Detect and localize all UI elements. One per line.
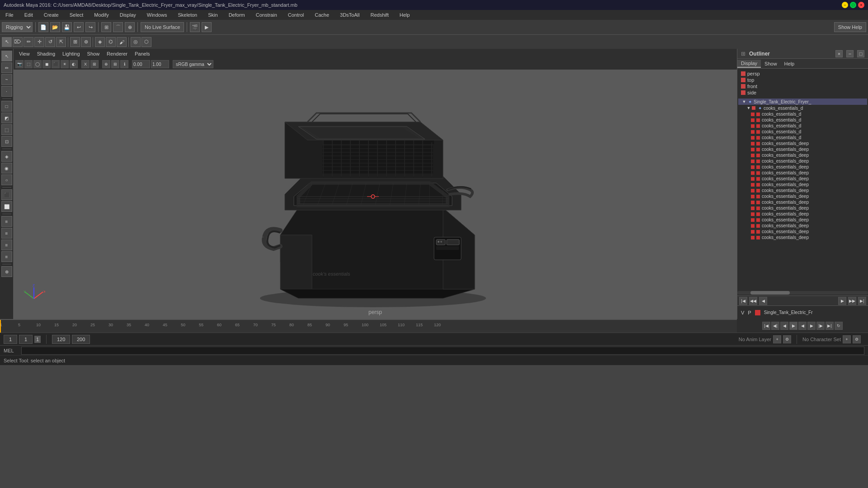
strip3-btn[interactable]: ≡ [1, 239, 12, 250]
soft-mod-btn[interactable]: ⊛ [81, 37, 91, 47]
rotate-tool-btn[interactable]: ↺ [45, 37, 55, 47]
tree-item-16[interactable]: cooks_essentials_deep [738, 205, 867, 211]
menu-deform[interactable]: Deform [227, 11, 247, 19]
tree-item-12[interactable]: cooks_essentials_deep [738, 182, 867, 188]
vt-flat-btn[interactable]: ◼ [42, 60, 51, 68]
pb-prev-key-btn[interactable]: ◀| [771, 322, 779, 330]
menu-select[interactable]: Select [68, 11, 85, 19]
vert-btn[interactable]: · [1, 86, 12, 97]
tree-item-19[interactable]: cooks_essentials_deep [738, 223, 867, 229]
tree-item-17[interactable]: cooks_essentials_deep [738, 211, 867, 217]
live-surface-btn[interactable]: No Live Surface [141, 22, 184, 32]
vm-show[interactable]: Show [85, 50, 102, 57]
tree-item-0[interactable]: cooks_essentials_d [738, 111, 867, 117]
camera-side[interactable]: side [741, 89, 864, 96]
range-max-input[interactable] [72, 335, 90, 344]
menu-help[interactable]: Help [398, 11, 412, 19]
ol-nav-prev-btn[interactable]: ◀◀ [749, 297, 757, 305]
display-all-btn[interactable]: ◈ [1, 151, 12, 162]
menu-cache[interactable]: Cache [313, 11, 331, 19]
menu-windows[interactable]: Windows [145, 11, 169, 19]
hscroll-track[interactable] [737, 291, 868, 295]
tree-item-8[interactable]: cooks_essentials_deep [738, 158, 867, 164]
pb-play-back-btn[interactable]: ◀ [798, 322, 807, 330]
ol-nav-next-btn[interactable]: ▶ [838, 297, 846, 305]
menu-skin[interactable]: Skin [206, 11, 219, 19]
vm-view[interactable]: View [17, 50, 32, 57]
camera-persp[interactable]: persp [741, 70, 864, 77]
render-btn[interactable]: ▶ [202, 22, 212, 32]
tab-show[interactable]: Show [761, 60, 781, 67]
menu-edit[interactable]: Edit [23, 11, 35, 19]
current-frame-input[interactable] [4, 335, 17, 344]
outliner-tree[interactable]: ▼ ✦ Single_Tank_Electric_Fryer_ ▼ ✦ cook… [737, 98, 868, 290]
tree-item-5[interactable]: cooks_essentials_deep [738, 141, 867, 146]
ol-nav-prev2-btn[interactable]: ◀ [759, 297, 767, 305]
pb-prev-btn[interactable]: ◀ [780, 322, 788, 330]
extra-btn[interactable]: ⊕ [1, 266, 12, 277]
pb-last-btn[interactable]: ▶| [826, 322, 834, 330]
scale-tool-btn[interactable]: ⇱ [56, 37, 66, 47]
tree-item-2[interactable]: cooks_essentials_d [738, 123, 867, 129]
anim-layer-add-btn[interactable]: + [773, 335, 781, 343]
transform-btn[interactable]: ⊞ [70, 37, 80, 47]
ol-nav-last-btn[interactable]: ▶| [858, 297, 866, 305]
tree-item-3[interactable]: cooks_essentials_d [738, 129, 867, 135]
outliner-min-btn[interactable]: − [846, 50, 854, 57]
timeline-ruler[interactable]: 1 5 10 15 20 25 30 35 40 45 50 55 60 65 … [0, 319, 737, 333]
outliner-max-btn[interactable]: □ [857, 50, 864, 57]
start-frame-input[interactable] [19, 335, 33, 344]
skin-paint-btn[interactable]: 🖌 [117, 37, 127, 47]
mel-label[interactable]: MEL [4, 348, 14, 353]
vm-lighting[interactable]: Lighting [61, 50, 82, 57]
tree-item-15[interactable]: cooks_essentials_deep [738, 199, 867, 205]
menu-modify[interactable]: Modify [92, 11, 110, 19]
outliner-hscroll[interactable] [737, 290, 868, 296]
sculpt-btn[interactable]: ~ [1, 74, 12, 85]
menu-skeleton[interactable]: Skeleton [176, 11, 199, 19]
lattice-btn[interactable]: ⬡ [142, 37, 151, 47]
pb-next-key-btn[interactable]: |▶ [816, 322, 825, 330]
vt-camera-btn[interactable]: 📷 [15, 60, 24, 68]
vm-panels[interactable]: Panels [133, 50, 152, 57]
tree-item-9[interactable]: cooks_essentials_deep [738, 164, 867, 170]
show-help-btn[interactable]: Show Help [834, 22, 866, 32]
vt-snap-btn[interactable]: ⊕ [102, 60, 110, 68]
tree-item-1[interactable]: cooks_essentials_d [738, 117, 867, 123]
tree-item-13[interactable]: cooks_essentials_deep [738, 188, 867, 193]
undo-btn[interactable]: ↩ [74, 22, 84, 32]
anim-layer-settings-btn[interactable]: ⚙ [783, 335, 791, 343]
menu-control[interactable]: Control [286, 11, 306, 19]
frame-indicator[interactable] [0, 320, 1, 333]
render-icon-btn[interactable]: ⬛ [1, 189, 12, 200]
display-sel-btn[interactable]: ◉ [1, 163, 12, 174]
obj-mode-btn[interactable]: □ [1, 101, 12, 112]
redo-btn[interactable]: ↪ [85, 22, 95, 32]
face-mode-btn[interactable]: ◩ [1, 113, 12, 123]
char-set-settings-btn[interactable]: ⚙ [853, 335, 861, 343]
group-arrow[interactable]: ▼ [746, 106, 751, 110]
root-node-item[interactable]: ▼ ✦ Single_Tank_Electric_Fryer_ [738, 99, 867, 105]
ol-nav-next2-btn[interactable]: ▶▶ [848, 297, 856, 305]
render-settings-btn[interactable]: 🎬 [190, 22, 200, 32]
value1-input[interactable] [132, 60, 150, 68]
menu-redshift[interactable]: Redshift [368, 11, 390, 19]
vt-wireframe-btn[interactable]: ⬚ [24, 60, 33, 68]
pb-loop-btn[interactable]: ↻ [835, 322, 843, 330]
paint-btn[interactable]: ✏ [1, 62, 12, 73]
pb-next-btn[interactable]: ▶ [807, 322, 816, 330]
tree-item-10[interactable]: cooks_essentials_deep [738, 170, 867, 176]
vt-texture-btn[interactable]: ⬛ [52, 60, 60, 68]
range-end-input[interactable] [52, 335, 70, 344]
root-arrow[interactable]: ▼ [742, 99, 746, 104]
vt-grid-btn[interactable]: ⊞ [111, 60, 119, 68]
ol-nav-first-btn[interactable]: |◀ [739, 297, 747, 305]
tree-item-21[interactable]: cooks_essentials_deep [738, 235, 867, 240]
vt-wireframe2-btn[interactable]: ⊞ [90, 60, 99, 68]
open-btn[interactable]: 📂 [50, 22, 60, 32]
menu-create[interactable]: Create [42, 11, 61, 19]
tab-display[interactable]: Display [737, 60, 761, 68]
snap-point-btn[interactable]: ⊕ [125, 22, 135, 32]
joint-tool-btn[interactable]: ◈ [95, 37, 105, 47]
minimize-button[interactable]: − [842, 2, 848, 8]
